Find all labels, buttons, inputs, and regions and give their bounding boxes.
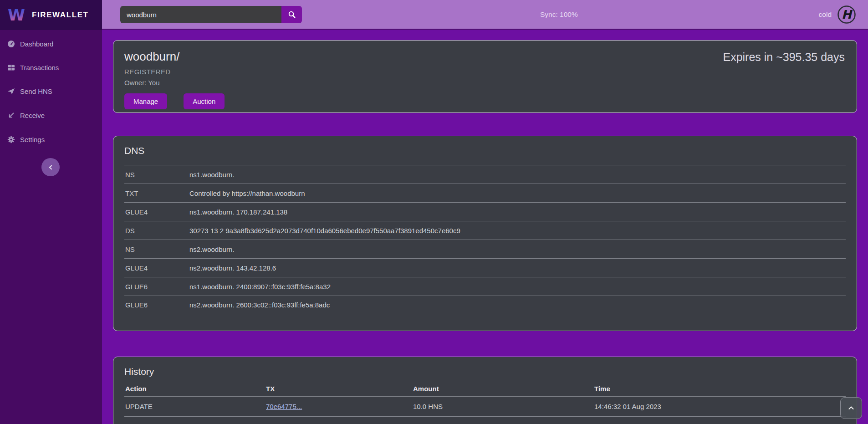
sidebar-item-receive[interactable]: Receive [0,109,102,121]
dns-record-type: GLUE6 [125,283,189,291]
dns-record-type: NS [125,245,189,253]
dns-title: DNS [124,145,846,156]
dns-record-row: GLUE4 ns1.woodburn. 170.187.241.138 [124,202,846,221]
sidebar-item-label: Settings [20,136,45,143]
sidebar-item-label: Receive [20,112,45,119]
sidebar-item-label: Dashboard [20,40,53,48]
sidebar-item-label: Transactions [20,64,59,72]
manage-button[interactable]: Manage [124,93,167,109]
paper-plane-icon [7,87,15,95]
history-time: 14:46:32 01 Aug 2023 [594,403,846,410]
dns-record-row: GLUE6 ns2.woodburn. 2600:3c02::f03c:93ff… [124,296,846,314]
gear-icon [7,136,15,143]
magnifier-icon [288,10,296,19]
sync-status: Sync: 100% [540,0,578,29]
arrow-down-left-icon [7,112,15,119]
history-header-row: Action TX Amount Time [124,381,846,396]
dns-record-row: NS ns1.woodburn. [124,165,846,184]
history-action: UPDATE [125,403,266,410]
history-row: RENEW d7f64c... 10.0 HNS 15:47:32 07 Jul… [124,416,846,424]
sidebar-item-transactions[interactable]: Transactions [0,61,102,73]
svg-text:H: H [842,8,853,21]
sidebar-item-send-hns[interactable]: Send HNS [0,85,102,97]
search-bar [120,6,302,23]
dns-record-value: Controlled by https://nathan.woodburn [189,189,846,197]
sidebar: W FIREWALLET Dashboard [0,0,102,424]
domain-owner-label: Owner: You [124,79,846,87]
expires-label: Expires in ~395.35 days [723,51,845,64]
table-icon [7,64,15,72]
history-card: History Action TX Amount Time UPDATE 70e… [113,357,857,424]
history-title: History [124,366,846,377]
chevron-up-icon [848,404,855,412]
dns-record-row: GLUE6 ns1.woodburn. 2400:8907::f03c:93ff… [124,277,846,296]
chevron-left-icon [48,164,54,170]
history-table: Action TX Amount Time UPDATE 70e64775...… [124,381,846,424]
topbar: Sync: 100% cold H [102,0,868,30]
search-input[interactable] [120,6,281,23]
dns-record-type: NS [125,171,189,179]
dns-record-value: ns2.woodburn. 143.42.128.6 [189,264,846,272]
dns-record-row: DS 30273 13 2 9a3a8fb3d625d2a2073d740f10… [124,221,846,240]
domain-card: woodburn/ REGISTERED Owner: You Manage A… [113,40,857,113]
history-col-action: Action [125,385,266,393]
dns-card: DNS NS ns1.woodburn. TXT Controlled by h… [113,136,857,331]
scroll-to-top-button[interactable] [840,397,862,419]
dns-record-type: GLUE4 [125,264,189,272]
svg-text:W: W [8,6,25,24]
dns-table: NS ns1.woodburn. TXT Controlled by https… [124,165,846,314]
brand-name: FIREWALLET [32,10,89,20]
gauge-icon [7,40,15,48]
brand-header: W FIREWALLET [0,0,102,30]
dns-record-row: GLUE4 ns2.woodburn. 143.42.128.6 [124,258,846,277]
history-col-tx: TX [266,385,413,393]
dns-record-value: ns1.woodburn. 2400:8907::f03c:93ff:fe5a:… [189,283,846,291]
dns-record-value: ns2.woodburn. 2600:3c02::f03c:93ff:fe5a:… [189,301,846,309]
dns-record-type: GLUE6 [125,301,189,309]
dns-record-value: 30273 13 2 9a3a8fb3d625d2a2073d740f10da6… [189,227,846,235]
dns-record-type: TXT [125,189,189,197]
firewallet-w-logo-icon: W [6,5,26,26]
sidebar-item-label: Send HNS [20,87,52,95]
dns-record-value: ns1.woodburn. 170.187.241.138 [189,208,846,216]
wallet-mode-label: cold [819,10,832,19]
handshake-logo-icon[interactable]: H [837,5,856,24]
dns-record-type: GLUE4 [125,208,189,216]
domain-status-label: REGISTERED [124,68,846,76]
app-window: W FIREWALLET Dashboard [0,0,868,424]
tx-link[interactable]: 70e64775... [266,403,302,410]
auction-button[interactable]: Auction [184,93,225,109]
history-col-time: Time [594,385,846,393]
dns-record-row: NS ns2.woodburn. [124,240,846,258]
sidebar-collapse-button[interactable] [41,158,60,176]
dns-record-row: TXT Controlled by https://nathan.woodbur… [124,184,846,202]
history-col-amount: Amount [413,385,594,393]
domain-actions: Manage Auction [124,93,846,109]
history-amount: 10.0 HNS [413,403,594,410]
dns-record-value: ns2.woodburn. [189,245,846,253]
wallet-status-group: cold H [819,0,856,29]
sidebar-item-dashboard[interactable]: Dashboard [0,38,102,50]
search-button[interactable] [281,6,302,23]
dns-record-type: DS [125,227,189,235]
sidebar-item-settings[interactable]: Settings [0,133,102,145]
history-row: UPDATE 70e64775... 10.0 HNS 14:46:32 01 … [124,396,846,416]
dns-record-value: ns1.woodburn. [189,171,846,179]
